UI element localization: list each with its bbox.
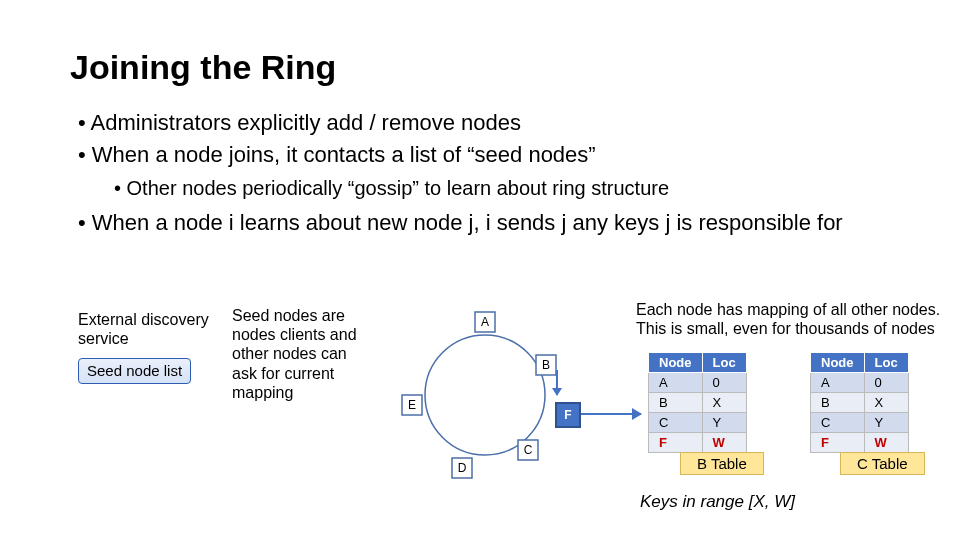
table-row: CY [649,413,747,433]
bullet-2-sub: • Other nodes periodically “gossip” to l… [114,175,843,202]
table-row: BX [649,393,747,413]
table-row: A0 [811,373,909,393]
bullet-1: • Administrators explicitly add / remove… [78,108,843,138]
ring-node-b: B [542,358,550,372]
seed-node-list-button[interactable]: Seed node list [78,358,191,384]
ring-node-c: C [524,443,533,457]
b-table: NodeLoc A0 BX CY FW [648,352,747,453]
table-row: FW [811,433,909,453]
keys-range-label: Keys in range [X, W] [640,492,795,512]
table-row: A0 [649,373,747,393]
f-join-arrow-vertical [556,370,558,395]
f-to-table-arrow [581,413,641,415]
c-table: NodeLoc A0 BX CY FW [810,352,909,453]
ring-node-d: D [458,461,467,475]
table-row: CY [811,413,909,433]
external-discovery-block: External discovery service Seed node lis… [78,310,223,384]
joining-node-f: F [555,402,581,428]
table-row: BX [811,393,909,413]
svg-point-0 [425,335,545,455]
ring-node-a: A [481,315,489,329]
ring-node-e: E [408,398,416,412]
slide-title: Joining the Ring [70,48,336,87]
c-table-caption: C Table [840,452,925,475]
bullet-2: • When a node joins, it contacts a list … [78,140,843,170]
bullet-3: • When a node i learns about new node j,… [78,208,843,238]
external-discovery-label: External discovery service [78,310,223,348]
b-table-caption: B Table [680,452,764,475]
table-row: FW [649,433,747,453]
mapping-description: Each node has mapping of all other nodes… [636,300,946,338]
bullet-list: • Administrators explicitly add / remove… [78,108,843,240]
seed-nodes-description: Seed nodes are nodes clients and other n… [232,306,372,402]
